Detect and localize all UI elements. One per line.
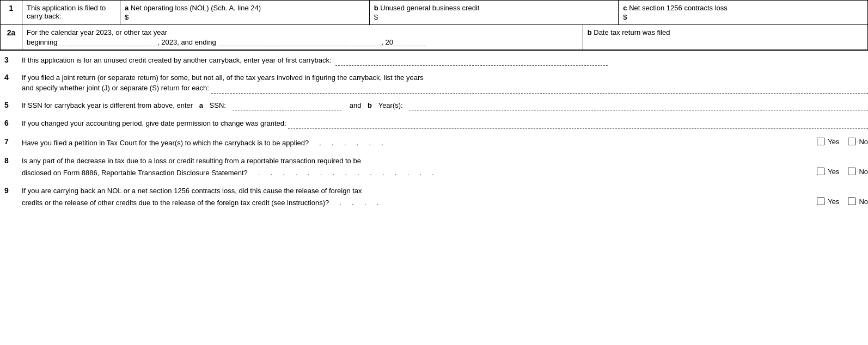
- row7-line: Have you filed a petition in Tax Court f…: [22, 137, 868, 149]
- row1-col-b-dollar: $: [374, 13, 614, 21]
- row7-text-content: Have you filed a petition in Tax Court f…: [22, 139, 309, 147]
- row7-no-checkbox[interactable]: [848, 138, 855, 145]
- row2-number: 2a: [1, 25, 22, 50]
- row2a-year-field[interactable]: [393, 38, 426, 46]
- row2a-comma-2023: , 2023, and ending: [157, 38, 216, 46]
- row-9: 9 If you are carrying back an NOL or a n…: [0, 181, 868, 211]
- row2a-main: For the calendar year 2023, or other tax…: [22, 25, 583, 50]
- row-5: 5 If SSN for carryback year is different…: [0, 96, 868, 114]
- row5-col-b-letter: b: [368, 100, 372, 111]
- row4-content: If you filed a joint return (or separate…: [22, 72, 868, 94]
- row8-line2-text: disclosed on Form 8886, Reportable Trans…: [22, 168, 810, 178]
- row4-number: 4: [0, 72, 22, 82]
- row2a-ending-field[interactable]: [218, 38, 381, 46]
- row8-line1: Is any part of the decrease in tax due t…: [22, 156, 868, 167]
- row9-line1: If you are carrying back an NOL or a net…: [22, 186, 868, 196]
- row9-no-checkbox[interactable]: [848, 198, 855, 205]
- row6-wrapper: If you changed your accounting period, g…: [22, 118, 868, 129]
- row9-yes-checkbox[interactable]: [817, 198, 824, 205]
- row-2: 2a For the calendar year 2023, or other …: [0, 24, 868, 50]
- row8-number: 8: [0, 156, 22, 165]
- row-3: 3 If this application is for an unused c…: [0, 51, 868, 69]
- row9-line2-wrapper: credits or the release of other credits …: [22, 196, 868, 208]
- row8-yes-checkbox[interactable]: [817, 168, 824, 175]
- row5-years-field[interactable]: [409, 102, 868, 110]
- row6-content: If you changed your accounting period, g…: [22, 118, 868, 129]
- row5-col-b-label: Year(s):: [378, 100, 403, 111]
- row8-dots: . . . . . . . . . . . . . . .: [249, 169, 436, 177]
- row2a-comma-20: , 20: [381, 38, 393, 46]
- row4-field[interactable]: [211, 85, 868, 94]
- row8-no-checkbox[interactable]: [848, 168, 855, 175]
- row7-number: 7: [0, 137, 22, 146]
- row2b: b Date tax return was filed: [583, 25, 867, 50]
- row5-col-a-label: SSN:: [210, 100, 226, 111]
- row7-no-option[interactable]: No: [848, 137, 868, 147]
- row6-number: 6: [0, 118, 22, 127]
- row6-field[interactable]: [288, 120, 868, 129]
- row9-line2-text: credits or the release of other credits …: [22, 198, 810, 208]
- row9-no-option[interactable]: No: [848, 196, 868, 207]
- row7-no-label: No: [859, 137, 868, 147]
- row1-col-a-label: Net operating loss (NOL) (Sch. A, line 2…: [131, 4, 261, 12]
- row4-line1: If you filed a joint return (or separate…: [22, 72, 868, 83]
- row2a-beginning-field[interactable]: [59, 38, 157, 46]
- row2a-line1: For the calendar year 2023, or other tax…: [27, 28, 578, 36]
- row2a-beginning: beginning: [27, 38, 57, 46]
- row1-col-c-dollar: $: [623, 13, 863, 21]
- row2a-line2: beginning , 2023, and ending , 20: [27, 38, 578, 46]
- row3-field[interactable]: [335, 57, 608, 66]
- row9-yn-group: Yes No: [817, 196, 868, 208]
- row9-no-label: No: [859, 196, 868, 207]
- row5-number: 5: [0, 100, 22, 109]
- row5-ssn-field[interactable]: [233, 102, 341, 110]
- row1-col-c-letter: c: [623, 4, 627, 12]
- row1-col-b-letter: b: [374, 4, 378, 12]
- row9-line2-content: credits or the release of other credits …: [22, 199, 329, 207]
- row7-content: Have you filed a petition in Tax Court f…: [22, 137, 868, 149]
- row1-col-a-dollar: $: [125, 13, 365, 21]
- row9-content: If you are carrying back an NOL or a net…: [22, 186, 868, 208]
- row8-line2-content: disclosed on Form 8886, Reportable Trans…: [22, 169, 248, 177]
- row-6: 6 If you changed your accounting period,…: [0, 114, 868, 132]
- row9-yes-option[interactable]: Yes: [817, 196, 839, 207]
- row3-content: If this application is for an unused cre…: [22, 55, 868, 66]
- row3-number: 3: [0, 55, 22, 64]
- row1-label: This application is filed to carry back:: [22, 1, 120, 24]
- row1-col-c-label: Net section 1256 contracts loss: [629, 4, 728, 12]
- row-1: 1 This application is filed to carry bac…: [0, 0, 868, 24]
- row1-col-b-label: Unused general business credit: [380, 4, 479, 12]
- row-8: 8 Is any part of the decrease in tax due…: [0, 151, 868, 181]
- row5-and: and: [350, 100, 362, 111]
- row1-col-a-letter: a: [125, 4, 129, 12]
- row7-yes-option[interactable]: Yes: [817, 137, 839, 147]
- row9-yes-label: Yes: [828, 196, 839, 207]
- row7-yes-label: Yes: [828, 137, 839, 147]
- row1-col-b: b Unused general business credit $: [370, 1, 619, 24]
- row7-yn-group: Yes No: [817, 137, 868, 149]
- row5-text-before: If SSN for carryback year is different f…: [22, 100, 193, 111]
- row8-yes-label: Yes: [828, 167, 839, 177]
- row2b-label: Date tax return was filed: [594, 28, 670, 36]
- row1-number: 1: [1, 1, 22, 24]
- row1-col-c: c Net section 1256 contracts loss $: [619, 1, 867, 24]
- row4-line2-wrapper: and specify whether joint (J) or separat…: [22, 83, 868, 94]
- row1-col-a: a Net operating loss (NOL) (Sch. A, line…: [120, 1, 370, 24]
- row9-dots: . . . .: [331, 199, 381, 207]
- row7-dots: . . . . . .: [311, 139, 386, 147]
- row8-yes-option[interactable]: Yes: [817, 167, 839, 177]
- row7-yes-checkbox[interactable]: [817, 138, 824, 145]
- row3-text: If this application is for an unused cre…: [22, 56, 332, 64]
- row5-content: If SSN for carryback year is different f…: [22, 100, 868, 111]
- row6-text: If you changed your accounting period, g…: [22, 118, 286, 129]
- row2b-letter: b: [588, 28, 592, 36]
- row5-col-a-letter: a: [199, 100, 203, 111]
- row8-content: Is any part of the decrease in tax due t…: [22, 156, 868, 178]
- row9-number: 9: [0, 186, 22, 195]
- row4-line2-text: and specify whether joint (J) or separat…: [22, 83, 209, 94]
- row-4: 4 If you filed a joint return (or separa…: [0, 69, 868, 96]
- row5-inline: If SSN for carryback year is different f…: [22, 100, 868, 111]
- row-7: 7 Have you filed a petition in Tax Court…: [0, 132, 868, 152]
- row8-no-option[interactable]: No: [848, 167, 868, 177]
- row8-line2-wrapper: disclosed on Form 8886, Reportable Trans…: [22, 167, 868, 178]
